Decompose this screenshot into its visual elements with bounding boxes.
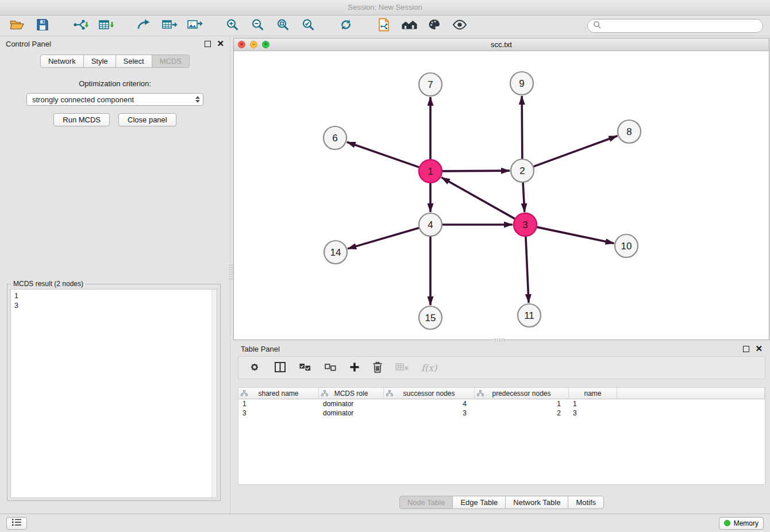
column-header-mcds-role[interactable]: MCDS role <box>319 388 384 399</box>
node-3[interactable]: 3 <box>514 213 537 236</box>
table-row[interactable]: 1dominator411 <box>238 399 765 408</box>
zoom-fit-button[interactable] <box>272 17 293 34</box>
edge-2-3[interactable] <box>523 182 525 212</box>
table-cell[interactable]: 2 <box>475 408 569 418</box>
node-label: 15 <box>425 313 436 323</box>
node-11[interactable]: 11 <box>518 304 541 327</box>
zoom-in-button[interactable] <box>222 17 242 34</box>
edge-4-14[interactable] <box>348 228 419 249</box>
edge-1-2[interactable] <box>442 171 510 171</box>
tab-select[interactable]: Select <box>116 55 152 68</box>
column-label: MCDS role <box>334 390 368 398</box>
close-table-panel-button[interactable]: ✕ <box>755 345 763 352</box>
node-1[interactable]: 1 <box>419 160 442 183</box>
run-mcds-button[interactable]: Run MCDS <box>53 113 110 126</box>
table-cell[interactable]: 3 <box>238 408 319 418</box>
application-window: Session: New Session <box>0 0 770 532</box>
float-table-panel-button[interactable] <box>743 346 749 352</box>
mcds-result-group: MCDS result (2 nodes) 1 3 <box>7 284 221 501</box>
tab-network-table[interactable]: Network Table <box>505 496 568 509</box>
close-panel-button[interactable]: Close panel <box>118 113 176 126</box>
vertical-splitter-grip[interactable] <box>229 263 233 279</box>
select-all-button[interactable] <box>298 361 312 375</box>
edge-2-8[interactable] <box>533 136 618 167</box>
float-panel-button[interactable] <box>205 41 211 47</box>
column-header-name[interactable]: name <box>569 388 617 399</box>
window-titlebar[interactable]: Session: New Session <box>0 0 770 16</box>
table-cell[interactable]: 1 <box>238 399 319 408</box>
table-cell[interactable]: 1 <box>569 399 617 408</box>
tab-node-table[interactable]: Node Table <box>399 496 453 509</box>
zoom-out-button[interactable] <box>247 17 268 34</box>
export-network-button[interactable] <box>133 17 154 34</box>
network-canvas[interactable]: 7968124314101511 <box>234 51 769 340</box>
show-hide-button[interactable] <box>449 17 470 34</box>
tab-motifs[interactable]: Motifs <box>568 496 604 509</box>
close-window-button[interactable]: × <box>238 41 245 48</box>
node-7[interactable]: 7 <box>419 73 442 96</box>
tab-network[interactable]: Network <box>40 55 84 68</box>
edge-1-6[interactable] <box>347 142 419 167</box>
export-image-button[interactable] <box>184 17 205 34</box>
memory-button[interactable]: Memory <box>719 517 764 530</box>
table-cell[interactable]: 4 <box>384 399 475 408</box>
close-panel-icon[interactable]: ✕ <box>217 40 224 47</box>
search-input[interactable] <box>605 21 757 30</box>
table-row[interactable]: 3dominator323 <box>238 408 765 418</box>
style-button[interactable] <box>424 17 445 34</box>
export-web-button[interactable] <box>374 17 394 34</box>
node-15[interactable]: 15 <box>419 306 442 329</box>
delete-table-button[interactable] <box>395 361 410 375</box>
import-network-button[interactable] <box>70 17 91 34</box>
function-builder-button[interactable]: f(x) <box>421 363 437 373</box>
edge-3-1[interactable] <box>441 178 515 219</box>
node-8[interactable]: 8 <box>618 120 641 143</box>
search-box[interactable] <box>587 19 763 33</box>
table-cell[interactable]: 3 <box>569 408 617 418</box>
deselect-all-button[interactable] <box>324 361 337 375</box>
result-scrollbar[interactable] <box>211 290 217 498</box>
horizontal-splitter-grip[interactable] <box>493 338 505 342</box>
node-9[interactable]: 9 <box>510 72 533 95</box>
edge-2-9[interactable] <box>522 96 522 159</box>
maximize-window-button[interactable]: + <box>262 41 270 48</box>
add-column-button[interactable] <box>349 361 360 375</box>
zoom-selected-button[interactable] <box>298 17 318 34</box>
node-label: 10 <box>621 241 632 252</box>
open-file-button[interactable] <box>7 17 28 34</box>
table-cell[interactable]: dominator <box>319 408 384 418</box>
edge-3-11[interactable] <box>526 236 529 303</box>
node-10[interactable]: 10 <box>615 234 638 257</box>
minimize-window-button[interactable]: − <box>250 41 257 48</box>
tab-style[interactable]: Style <box>83 55 116 68</box>
home-button[interactable] <box>399 17 419 34</box>
column-header-successor-nodes[interactable]: successor nodes <box>384 388 475 399</box>
table-cell[interactable]: dominator <box>319 399 384 408</box>
export-table-button[interactable] <box>159 17 179 34</box>
apply-layout-button[interactable] <box>336 17 356 34</box>
node-2[interactable]: 2 <box>511 159 534 182</box>
tab-edge-table[interactable]: Edge Table <box>452 496 506 509</box>
show-columns-button[interactable] <box>273 361 287 375</box>
zoom-group <box>222 17 318 34</box>
table-cell[interactable]: 1 <box>475 399 569 408</box>
delete-column-button[interactable] <box>372 361 383 375</box>
tab-mcds[interactable]: MCDS <box>152 55 190 68</box>
zoom-in-icon <box>225 18 239 33</box>
network-window-titlebar[interactable]: × − + scc.txt <box>234 38 769 51</box>
table-cell[interactable]: 3 <box>384 408 475 418</box>
export-network-icon <box>136 18 151 33</box>
column-header-predecessor-nodes[interactable]: predecessor nodes <box>475 388 569 399</box>
save-session-button[interactable] <box>32 17 53 34</box>
node-6[interactable]: 6 <box>324 126 346 149</box>
column-header-shared-name[interactable]: shared name <box>238 388 319 399</box>
table-settings-button[interactable] <box>248 360 261 376</box>
edge-3-10[interactable] <box>537 227 614 243</box>
node-4[interactable]: 4 <box>419 213 442 236</box>
task-history-button[interactable] <box>6 517 27 530</box>
optimization-criterion-select[interactable]: strongly connected component <box>26 93 203 106</box>
network-graph[interactable]: 7968124314101511 <box>234 51 769 340</box>
memory-status-icon <box>724 520 730 526</box>
node-14[interactable]: 14 <box>324 241 347 264</box>
import-table-button[interactable] <box>95 17 116 34</box>
